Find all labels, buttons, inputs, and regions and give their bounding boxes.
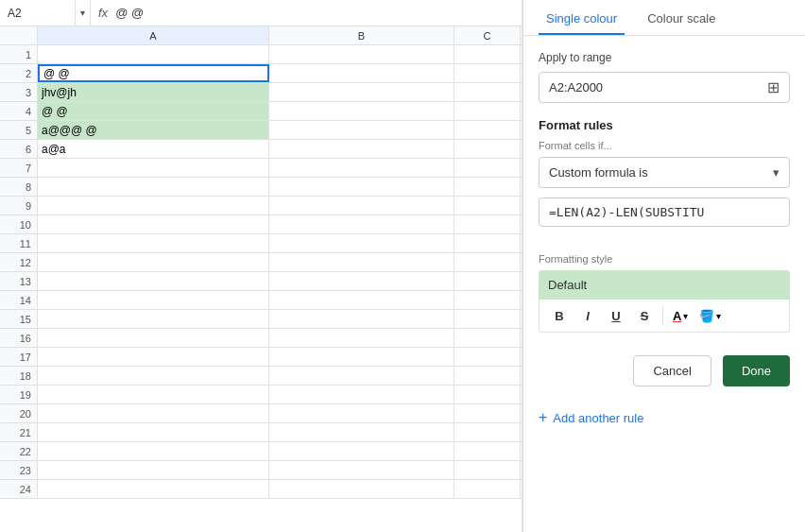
cell-c[interactable] — [454, 442, 521, 460]
font-color-dropdown[interactable]: A ▾ — [669, 307, 692, 325]
range-input-row[interactable]: A2:A2000 ⊞ — [539, 72, 790, 103]
table-row[interactable]: 5a@@@ @ — [0, 121, 522, 140]
table-row[interactable]: 10 — [0, 215, 522, 234]
table-row[interactable]: 19 — [0, 386, 522, 404]
cell-b[interactable] — [269, 461, 454, 479]
fill-color-dropdown[interactable]: 🪣 ▾ — [695, 307, 725, 325]
table-row[interactable]: 13 — [0, 272, 522, 291]
cell-b[interactable] — [269, 83, 454, 101]
cell-b[interactable] — [269, 367, 454, 385]
cell-a[interactable] — [38, 329, 269, 347]
tab-colour-scale[interactable]: Colour scale — [640, 0, 723, 35]
cell-c[interactable] — [454, 253, 521, 271]
strikethrough-button[interactable]: S — [632, 303, 657, 328]
cell-b[interactable] — [269, 64, 454, 82]
format-condition-dropdown[interactable]: Custom formula is ▾ — [539, 157, 790, 188]
add-rule-row[interactable]: + Add another rule — [539, 405, 790, 430]
cell-c[interactable] — [454, 367, 521, 385]
cell-c[interactable] — [454, 121, 521, 139]
cell-c[interactable] — [454, 386, 521, 403]
table-row[interactable]: 12 — [0, 253, 522, 272]
cell-a[interactable] — [38, 348, 269, 366]
cell-c[interactable] — [454, 45, 521, 63]
cell-b[interactable] — [269, 234, 454, 252]
cell-c[interactable] — [454, 310, 521, 328]
table-row[interactable]: 23 — [0, 461, 522, 480]
cell-a[interactable]: @ @ — [38, 102, 269, 120]
cell-b[interactable] — [269, 253, 454, 271]
cell-c[interactable] — [454, 83, 521, 101]
cell-ref-dropdown[interactable]: ▾ — [76, 0, 91, 26]
table-row[interactable]: 18 — [0, 367, 522, 386]
cell-b[interactable] — [269, 480, 454, 498]
cell-c[interactable] — [454, 140, 521, 158]
cell-c[interactable] — [454, 178, 521, 196]
table-row[interactable]: 11 — [0, 234, 522, 253]
cell-c[interactable] — [454, 215, 521, 233]
grid-select-icon[interactable]: ⊞ — [767, 78, 779, 96]
cell-b[interactable] — [269, 121, 454, 139]
cell-a[interactable] — [38, 480, 269, 498]
underline-button[interactable]: U — [604, 303, 628, 328]
cell-a[interactable]: a@a — [38, 140, 269, 158]
cell-c[interactable] — [454, 480, 521, 498]
cell-a[interactable] — [38, 461, 269, 479]
cell-b[interactable] — [269, 45, 454, 63]
table-row[interactable]: 21 — [0, 423, 522, 442]
cell-a[interactable] — [38, 442, 269, 460]
cell-a[interactable] — [38, 404, 269, 422]
cell-c[interactable] — [454, 64, 521, 82]
cell-a[interactable]: @ @ — [38, 64, 269, 82]
cell-b[interactable] — [269, 386, 454, 403]
cell-c[interactable] — [454, 234, 521, 252]
table-row[interactable]: 2@ @ — [0, 64, 522, 83]
cell-b[interactable] — [269, 329, 454, 347]
cell-c[interactable] — [454, 291, 521, 309]
table-row[interactable]: 7 — [0, 159, 522, 178]
cell-c[interactable] — [454, 404, 521, 422]
cell-a[interactable] — [38, 253, 269, 271]
cancel-button[interactable]: Cancel — [633, 355, 711, 386]
cell-c[interactable] — [454, 197, 521, 215]
cell-a[interactable] — [38, 367, 269, 385]
cell-a[interactable] — [38, 310, 269, 328]
cell-a[interactable] — [38, 234, 269, 252]
cell-a[interactable]: a@@@ @ — [38, 121, 269, 139]
cell-b[interactable] — [269, 159, 454, 177]
cell-a[interactable] — [38, 386, 269, 403]
cell-b[interactable] — [269, 140, 454, 158]
cell-a[interactable] — [38, 159, 269, 177]
tab-single-colour[interactable]: Single colour — [539, 0, 625, 35]
cell-a[interactable] — [38, 423, 269, 441]
cell-a[interactable] — [38, 291, 269, 309]
cell-b[interactable] — [269, 442, 454, 460]
cell-c[interactable] — [454, 272, 521, 290]
table-row[interactable]: 1 — [0, 45, 522, 64]
table-row[interactable]: 22 — [0, 442, 522, 461]
done-button[interactable]: Done — [723, 355, 790, 386]
cell-a[interactable]: jhv@jh — [38, 83, 269, 101]
cell-c[interactable] — [454, 348, 521, 366]
bold-button[interactable]: B — [547, 303, 572, 328]
table-row[interactable]: 8 — [0, 178, 522, 197]
cell-c[interactable] — [454, 159, 521, 177]
table-row[interactable]: 14 — [0, 291, 522, 310]
cell-a[interactable] — [38, 45, 269, 63]
cell-a[interactable] — [38, 197, 269, 215]
formula-input[interactable] — [539, 197, 790, 227]
cell-ref-box[interactable]: A2 — [0, 0, 76, 26]
cell-b[interactable] — [269, 215, 454, 233]
table-row[interactable]: 24 — [0, 480, 522, 499]
cell-a[interactable] — [38, 272, 269, 290]
cell-b[interactable] — [269, 423, 454, 441]
table-row[interactable]: 16 — [0, 329, 522, 348]
cell-b[interactable] — [269, 348, 454, 366]
table-row[interactable]: 15 — [0, 310, 522, 329]
cell-b[interactable] — [269, 404, 454, 422]
italic-button[interactable]: I — [575, 303, 600, 328]
cell-b[interactable] — [269, 197, 454, 215]
cell-b[interactable] — [269, 291, 454, 309]
cell-c[interactable] — [454, 329, 521, 347]
table-row[interactable]: 17 — [0, 348, 522, 367]
table-row[interactable]: 20 — [0, 404, 522, 423]
